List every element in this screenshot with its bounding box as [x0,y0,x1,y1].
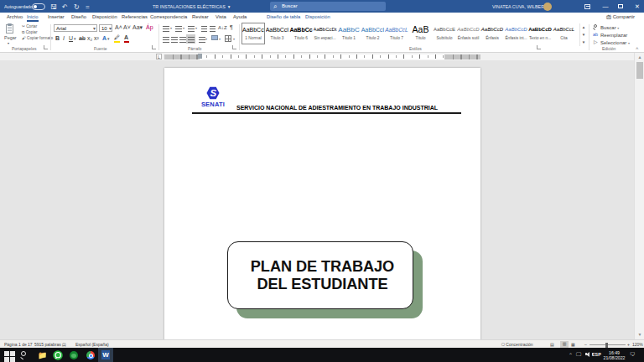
svg-text:S: S [210,88,216,98]
